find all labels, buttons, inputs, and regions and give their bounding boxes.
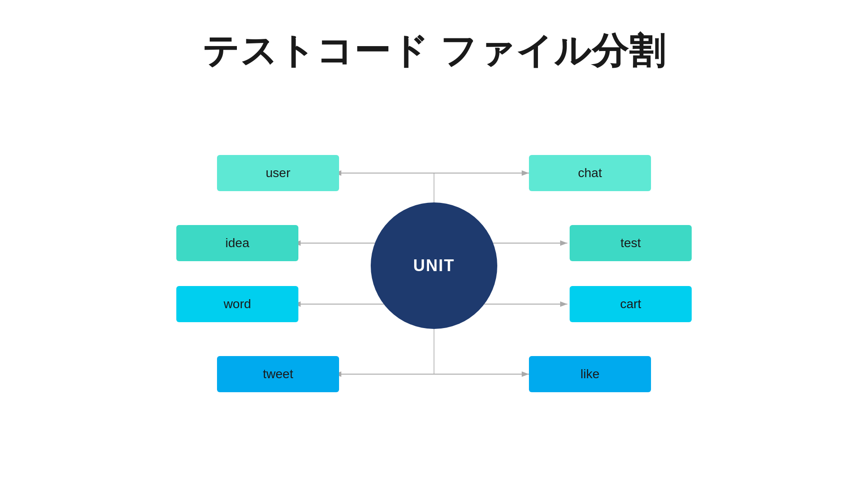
- unit-label: UNIT: [413, 256, 455, 275]
- box-user: user: [217, 155, 339, 191]
- box-tweet: tweet: [217, 356, 339, 392]
- box-like: like: [529, 356, 651, 392]
- box-cart: cart: [570, 286, 692, 322]
- unit-circle: UNIT: [371, 202, 497, 329]
- box-idea: idea: [176, 225, 298, 261]
- page-title: テストコード ファイル分割: [202, 27, 666, 76]
- box-test: test: [570, 225, 692, 261]
- box-chat: chat: [529, 155, 651, 191]
- box-word: word: [176, 286, 298, 322]
- diagram-container: UNIT user chat idea test word cart tweet…: [163, 85, 705, 446]
